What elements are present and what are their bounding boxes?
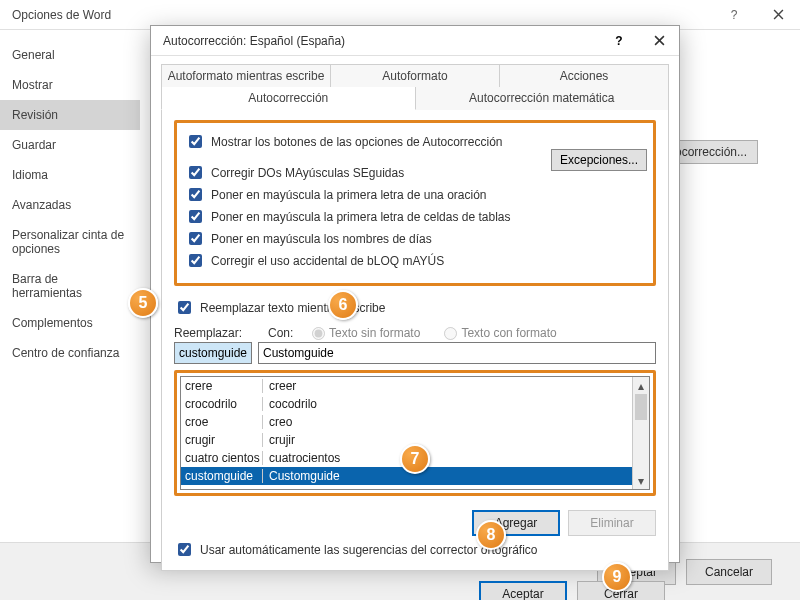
chk-use-spellchecker[interactable]: Usar automáticamente las sugerencias del… bbox=[174, 540, 656, 559]
list-highlight: crerecreercrocodrilococodrilocroecreocru… bbox=[174, 370, 656, 496]
radio-formatted-text[interactable]: Texto con formato bbox=[444, 326, 556, 340]
scroll-down-icon[interactable]: ▾ bbox=[633, 472, 649, 489]
close-icon[interactable] bbox=[639, 26, 679, 56]
chk-replace-text-box[interactable] bbox=[178, 301, 191, 314]
dialog-footer: Aceptar Cerrar bbox=[151, 571, 679, 600]
replace-labels-row: Reemplazar: Con: Texto sin formato Texto… bbox=[174, 326, 656, 340]
chk-day-names-box[interactable] bbox=[189, 232, 202, 245]
chk-use-spellchecker-box[interactable] bbox=[178, 543, 191, 556]
exceptions-button[interactable]: Excepciones... bbox=[551, 149, 647, 171]
replace-input[interactable] bbox=[174, 342, 252, 364]
radio-plain-text-input[interactable] bbox=[312, 327, 325, 340]
delete-button: Eliminar bbox=[568, 510, 656, 536]
sidebar-item-centro-de-confianza[interactable]: Centro de confianza bbox=[0, 338, 140, 368]
tab-autocorrección[interactable]: Autocorrección bbox=[161, 87, 416, 110]
dialog-title: Autocorrección: Español (España) bbox=[163, 34, 599, 48]
sidebar-item-complementos[interactable]: Complementos bbox=[0, 308, 140, 338]
scroll-up-icon[interactable]: ▴ bbox=[633, 377, 649, 394]
list-item[interactable]: crerecreer bbox=[181, 377, 632, 395]
chk-capslock-box[interactable] bbox=[189, 254, 202, 267]
tab-row-1: Autoformato mientras escribeAutoformatoA… bbox=[161, 64, 669, 87]
replace-fields-row bbox=[174, 342, 656, 364]
callout-8: 8 bbox=[476, 520, 506, 550]
help-icon[interactable]: ? bbox=[712, 0, 756, 30]
tab-autocorrección-matemática[interactable]: Autocorrección matemática bbox=[416, 87, 670, 110]
chk-two-caps-box[interactable] bbox=[189, 166, 202, 179]
parent-cancel-button[interactable]: Cancelar bbox=[686, 559, 772, 585]
radio-plain-text[interactable]: Texto sin formato bbox=[312, 326, 420, 340]
with-input[interactable] bbox=[258, 342, 656, 364]
list-actions: Agregar Eliminar bbox=[174, 510, 656, 536]
radio-formatted-text-input[interactable] bbox=[444, 327, 457, 340]
parent-title: Opciones de Word bbox=[12, 8, 712, 22]
sidebar-item-idioma[interactable]: Idioma bbox=[0, 160, 140, 190]
label-with: Con: bbox=[268, 326, 288, 340]
chk-day-names[interactable]: Poner en mayúscula los nombres de días bbox=[185, 229, 645, 248]
list-item[interactable]: crocodrilococodrilo bbox=[181, 395, 632, 413]
scroll-thumb[interactable] bbox=[635, 394, 647, 420]
help-icon[interactable]: ? bbox=[599, 26, 639, 56]
sidebar-item-guardar[interactable]: Guardar bbox=[0, 130, 140, 160]
sidebar-item-revisión[interactable]: Revisión bbox=[0, 100, 140, 130]
callout-7: 7 bbox=[400, 444, 430, 474]
tab-acciones[interactable]: Acciones bbox=[500, 64, 669, 87]
chk-replace-text[interactable]: Reemplazar texto mientras escribe bbox=[174, 298, 656, 317]
chk-first-cell[interactable]: Poner en mayúscula la primera letra de c… bbox=[185, 207, 645, 226]
chk-show-buttons-box[interactable] bbox=[189, 135, 202, 148]
tab-autoformato-mientras-escribe[interactable]: Autoformato mientras escribe bbox=[161, 64, 331, 87]
sidebar-item-mostrar[interactable]: Mostrar bbox=[0, 70, 140, 100]
sidebar-item-barra-de-herramientas[interactable]: Barra de herramientas bbox=[0, 264, 140, 308]
sidebar: GeneralMostrarRevisiónGuardarIdiomaAvanz… bbox=[0, 30, 140, 560]
autocorrect-dialog: Autocorrección: Español (España) ? Autof… bbox=[150, 25, 680, 563]
list-scrollbar[interactable]: ▴ ▾ bbox=[632, 377, 649, 489]
tab-row-2: AutocorrecciónAutocorrección matemática bbox=[161, 87, 669, 110]
callout-9: 9 bbox=[602, 562, 632, 592]
chk-first-sentence-box[interactable] bbox=[189, 188, 202, 201]
chk-first-cell-box[interactable] bbox=[189, 210, 202, 223]
tab-autoformato[interactable]: Autoformato bbox=[331, 64, 500, 87]
sidebar-item-general[interactable]: General bbox=[0, 40, 140, 70]
options-group-highlight: Mostrar los botones de las opciones de A… bbox=[174, 120, 656, 286]
chk-capslock[interactable]: Corregir el uso accidental de bLOQ mAYÚS bbox=[185, 251, 645, 270]
sidebar-item-avanzadas[interactable]: Avanzadas bbox=[0, 190, 140, 220]
list-item[interactable]: croecreo bbox=[181, 413, 632, 431]
label-replace: Reemplazar: bbox=[174, 326, 244, 340]
close-icon[interactable] bbox=[756, 0, 800, 30]
chk-first-sentence[interactable]: Poner en mayúscula la primera letra de u… bbox=[185, 185, 645, 204]
dialog-titlebar: Autocorrección: Español (España) ? bbox=[151, 26, 679, 56]
callout-5: 5 bbox=[128, 288, 158, 318]
tab-panel-autocorreccion: Mostrar los botones de las opciones de A… bbox=[161, 110, 669, 571]
sidebar-item-personalizar-cinta-de-opciones[interactable]: Personalizar cinta de opciones bbox=[0, 220, 140, 264]
callout-6: 6 bbox=[328, 290, 358, 320]
dialog-ok-button[interactable]: Aceptar bbox=[479, 581, 567, 600]
